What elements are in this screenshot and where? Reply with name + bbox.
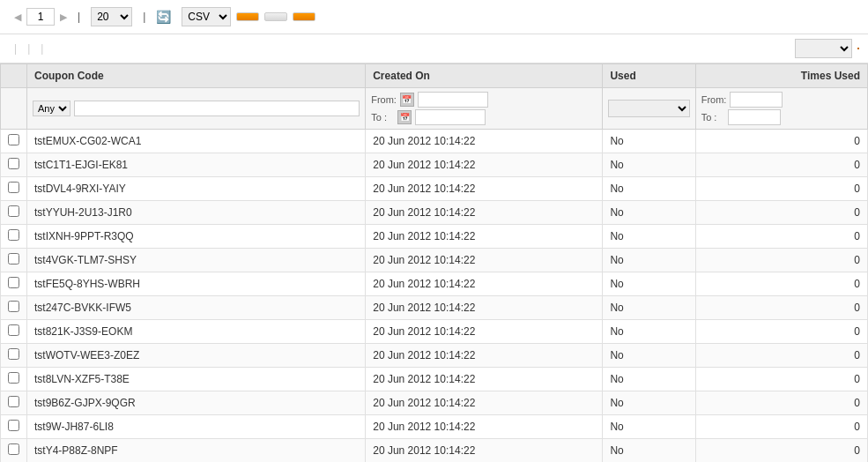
col-used: Used: [603, 64, 695, 88]
row-times-used: 0: [695, 153, 867, 177]
submit-button[interactable]: [857, 48, 859, 49]
row-checkbox[interactable]: [8, 134, 19, 145]
row-checkbox[interactable]: [8, 396, 19, 407]
row-times-used: 0: [695, 368, 867, 391]
row-coupon-code: tstY4-P88Z-8NPF: [27, 439, 366, 463]
row-coupon-code: tstYYUH-2U13-J1R0: [27, 201, 366, 225]
row-checkbox-cell: [1, 296, 27, 320]
prev-page-btn2[interactable]: ▶: [60, 11, 67, 23]
times-from-label: From:: [701, 94, 727, 105]
to-calendar-icon[interactable]: 📅: [397, 110, 412, 124]
row-created-on: 20 Jun 2012 10:14:22: [366, 296, 603, 320]
row-checkbox[interactable]: [8, 253, 19, 265]
to-label: To :: [371, 112, 394, 123]
row-checkbox-cell: [1, 272, 27, 296]
row-checkbox-cell: [1, 368, 27, 391]
row-checkbox[interactable]: [8, 229, 19, 241]
row-used: No: [603, 296, 695, 320]
row-coupon-code: tst8LVN-XZF5-T38E: [27, 368, 366, 391]
table-row: tstIXNH-9PPT-R3QQ 20 Jun 2012 10:14:22 N…: [1, 225, 868, 249]
filter-code-cell: AnyYesNo: [27, 88, 366, 130]
row-checkbox-cell: [1, 439, 27, 463]
row-used: No: [603, 201, 695, 225]
table-row: tst247C-BVKK-IFW5 20 Jun 2012 10:14:22 N…: [1, 296, 868, 320]
table-row: tstWOTV-WEE3-Z0EZ 20 Jun 2012 10:14:22 N…: [1, 344, 868, 368]
row-times-used: 0: [695, 391, 867, 415]
row-used: No: [603, 368, 695, 391]
row-coupon-code: tst9W-JH87-6LI8: [27, 415, 366, 439]
from-calendar-icon[interactable]: 📅: [400, 93, 414, 107]
row-checkbox-cell: [1, 201, 27, 225]
row-times-used: 0: [695, 415, 867, 439]
reset-filter-button[interactable]: [264, 12, 287, 21]
row-checkbox[interactable]: [8, 348, 19, 360]
row-times-used: 0: [695, 130, 867, 153]
row-coupon-code: tst247C-BVKK-IFW5: [27, 296, 366, 320]
row-created-on: 20 Jun 2012 10:14:22: [366, 368, 603, 391]
row-used: No: [603, 415, 695, 439]
prev-page-btn[interactable]: ◀: [14, 11, 21, 23]
pipe2: |: [27, 42, 30, 55]
filter-row: AnyYesNo From: 📅 To : 📅: [1, 88, 868, 130]
search-button[interactable]: [293, 12, 315, 21]
row-used: No: [603, 130, 695, 153]
filter-used-select[interactable]: Yes No: [608, 100, 689, 117]
row-checkbox-cell: [1, 153, 27, 177]
row-checkbox[interactable]: [8, 372, 19, 384]
table-row: tstY4-P88Z-8NPF 20 Jun 2012 10:14:22 No …: [1, 439, 868, 463]
row-checkbox-cell: [1, 225, 27, 249]
row-created-on: 20 Jun 2012 10:14:22: [366, 177, 603, 201]
filter-times-to-input[interactable]: [728, 109, 781, 125]
row-checkbox-cell: [1, 391, 27, 415]
row-coupon-code: tstEMUX-CG02-WCA1: [27, 130, 366, 153]
table-header-row: Coupon Code Created On Used Times Used: [1, 64, 868, 88]
export-button[interactable]: [236, 12, 259, 21]
export-icon: 🔄: [156, 10, 171, 24]
per-page-select[interactable]: 20 50 100: [91, 7, 132, 26]
row-checkbox[interactable]: [8, 182, 19, 193]
row-used: No: [603, 177, 695, 201]
table-row: tst9B6Z-GJPX-9QGR 20 Jun 2012 10:14:22 N…: [1, 391, 868, 415]
actions-select[interactable]: Delete: [795, 39, 852, 58]
filter-to-date-input[interactable]: [415, 109, 486, 125]
table-row: tst8LVN-XZF5-T38E 20 Jun 2012 10:14:22 N…: [1, 368, 868, 391]
times-to-label: To :: [701, 112, 724, 123]
pipe1: |: [14, 42, 17, 55]
filter-created-cell: From: 📅 To : 📅: [366, 88, 603, 130]
row-times-used: 0: [695, 177, 867, 201]
filter-code-input[interactable]: [74, 101, 360, 116]
top-bar: ◀ ▶ | 20 50 100 | 🔄 CSV XML Excel: [0, 0, 868, 34]
row-checkbox[interactable]: [8, 158, 19, 169]
row-times-used: 0: [695, 344, 867, 368]
row-times-used: 0: [695, 272, 867, 296]
row-coupon-code: tst821K-J3S9-EOKM: [27, 320, 366, 344]
table-row: tstYYUH-2U13-J1R0 20 Jun 2012 10:14:22 N…: [1, 201, 868, 225]
row-checkbox-cell: [1, 130, 27, 153]
filter-used-cell: Yes No: [603, 88, 695, 130]
row-checkbox[interactable]: [8, 277, 19, 288]
table-container: Coupon Code Created On Used Times Used A…: [0, 63, 868, 462]
filter-checkbox-cell: [1, 88, 27, 130]
filter-from-date-input[interactable]: [418, 92, 488, 108]
row-checkbox[interactable]: [8, 420, 19, 431]
row-coupon-code: tstIXNH-9PPT-R3QQ: [27, 225, 366, 249]
row-used: No: [603, 153, 695, 177]
sep1: |: [78, 11, 80, 23]
row-times-used: 0: [695, 201, 867, 225]
row-times-used: 0: [695, 249, 867, 272]
row-checkbox[interactable]: [8, 324, 19, 336]
actions-section: Delete: [790, 39, 859, 58]
current-page-input[interactable]: [26, 8, 55, 26]
export-format-select[interactable]: CSV XML Excel: [182, 7, 231, 26]
filter-any-select[interactable]: AnyYesNo: [33, 101, 70, 116]
row-created-on: 20 Jun 2012 10:14:22: [366, 391, 603, 415]
row-coupon-code: tstWOTV-WEE3-Z0EZ: [27, 344, 366, 368]
row-coupon-code: tstFE5Q-8YHS-WBRH: [27, 272, 366, 296]
row-checkbox[interactable]: [8, 205, 19, 217]
row-checkbox-cell: [1, 344, 27, 368]
filter-times-from-input[interactable]: [730, 92, 783, 108]
row-checkbox[interactable]: [8, 443, 19, 455]
row-used: No: [603, 249, 695, 272]
coupon-table: Coupon Code Created On Used Times Used A…: [0, 63, 868, 462]
row-checkbox[interactable]: [8, 301, 19, 312]
